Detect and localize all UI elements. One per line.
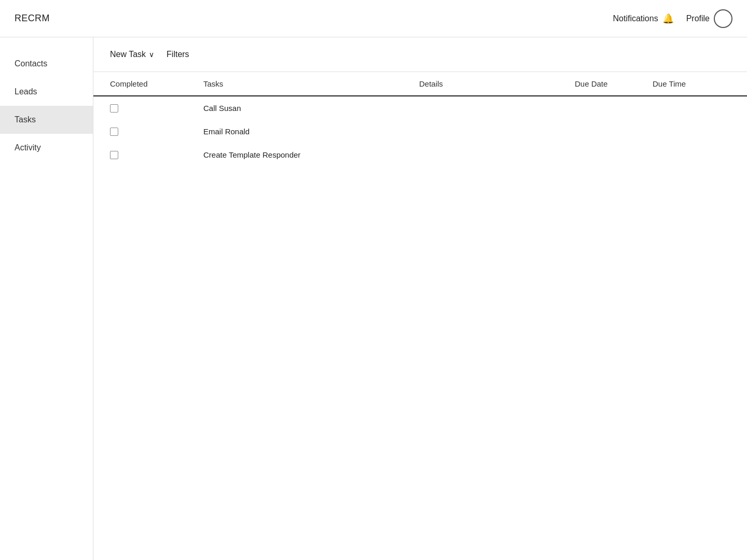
table-body: Call Susan Email Ronald [93,96,747,166]
col-due-time: Due Time [653,79,730,88]
notifications-button[interactable]: Notifications 🔔 [613,13,673,24]
header-right: Notifications 🔔 Profile [613,9,732,28]
sidebar-item-tasks[interactable]: Tasks [0,106,93,134]
notifications-label: Notifications [613,14,658,23]
task-table: Completed Tasks Details Due Date Due Tim… [93,72,747,166]
col-due-date: Due Date [575,79,653,88]
task-name-2: Email Ronald [203,127,419,136]
col-completed: Completed [110,79,203,88]
table-header: Completed Tasks Details Due Date Due Tim… [93,72,747,96]
header: RECRM Notifications 🔔 Profile [0,0,747,37]
task-name-1: Call Susan [203,104,419,113]
sidebar-item-leads[interactable]: Leads [0,78,93,106]
bell-icon: 🔔 [662,13,674,24]
checkbox-cell [110,128,203,136]
checkbox-cell [110,104,203,113]
toolbar: New Task ∨ Filters [93,37,747,72]
filters-button[interactable]: Filters [167,50,189,59]
col-tasks: Tasks [203,79,419,88]
content-area: New Task ∨ Filters Completed Tasks Detai… [93,37,747,560]
sidebar-item-contacts[interactable]: Contacts [0,50,93,78]
table-row: Call Susan [110,96,730,120]
avatar [714,9,732,28]
col-details: Details [419,79,575,88]
task-checkbox-2[interactable] [110,128,118,136]
task-name-3: Create Template Responder [203,150,419,159]
new-task-button[interactable]: New Task ∨ [110,50,154,59]
profile-button[interactable]: Profile [686,9,732,28]
table-row: Create Template Responder [110,143,730,166]
sidebar-item-activity[interactable]: Activity [0,134,93,162]
sidebar: Contacts Leads Tasks Activity [0,37,93,560]
main-layout: Contacts Leads Tasks Activity New Task ∨… [0,37,747,560]
task-checkbox-3[interactable] [110,151,118,159]
logo: RECRM [15,13,50,24]
table-row: Email Ronald [110,120,730,143]
chevron-down-icon: ∨ [149,50,154,59]
new-task-label: New Task [110,50,146,59]
checkbox-cell [110,151,203,159]
profile-label: Profile [686,14,710,23]
task-checkbox-1[interactable] [110,104,118,113]
